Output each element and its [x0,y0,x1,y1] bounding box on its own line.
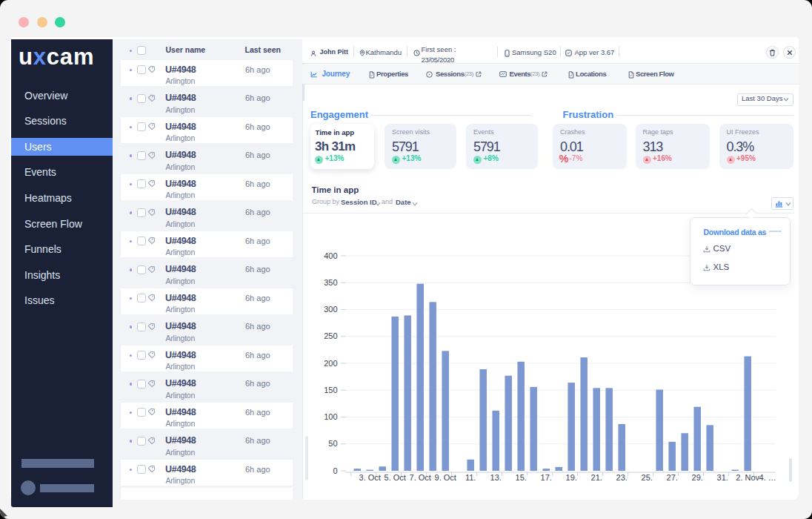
svg-text:5. Oct: 5. Oct [385,473,406,482]
svg-text:17.: 17. [541,473,552,482]
svg-text:4. …: 4. … [759,473,776,482]
svg-text:11.: 11. [465,473,476,482]
svg-text:100: 100 [324,412,337,421]
svg-text:400: 400 [324,251,337,260]
svg-text:27.: 27. [667,473,678,482]
svg-text:19.: 19. [566,473,577,482]
svg-text:150: 150 [324,386,337,394]
svg-text:250: 250 [324,331,337,340]
svg-text:7. Oct: 7. Oct [410,473,431,482]
svg-text:50: 50 [328,439,337,448]
svg-text:9. Oct: 9. Oct [435,473,456,482]
svg-text:200: 200 [324,359,337,368]
svg-text:300: 300 [324,305,337,314]
svg-text:29.: 29. [692,473,703,482]
svg-text:21.: 21. [591,473,602,482]
svg-text:31.: 31. [717,473,728,482]
svg-text:13.: 13. [490,473,502,482]
svg-text:3. Oct: 3. Oct [359,473,381,482]
svg-text:2. Nov: 2. Nov [736,473,759,482]
svg-text:23.: 23. [616,473,628,482]
svg-text:0: 0 [333,466,337,475]
svg-text:25.: 25. [642,473,653,482]
svg-text:15.: 15. [516,473,527,482]
svg-text:350: 350 [324,278,337,287]
